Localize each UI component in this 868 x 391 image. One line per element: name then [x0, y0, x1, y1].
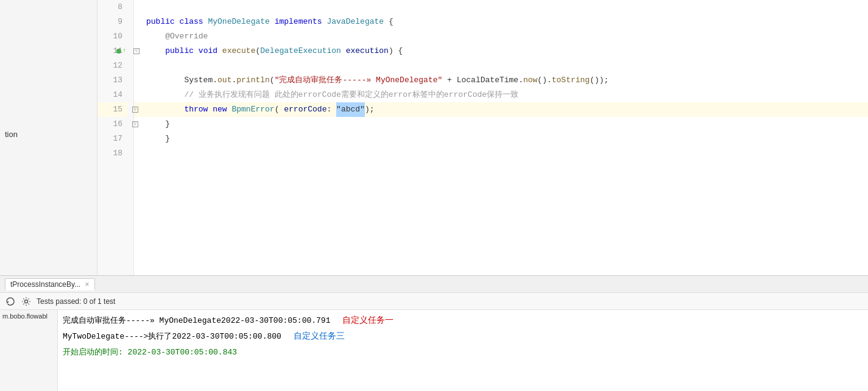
code-line-13: System. out . println ( "完成自动审批任务-----» … [134, 73, 868, 88]
method-println: println [236, 73, 270, 88]
arrow-up-icon: ↑ [122, 44, 126, 58]
console-line-2: MyTwoDelegate---->执行了2022-03-30T00:05:00… [63, 328, 863, 344]
string-message: "完成自动审批任务-----» MyOneDelegate" [275, 73, 443, 88]
console-annotation-1: 自定义任务一 [342, 315, 393, 326]
classname-bpmnerror: BpmnError [231, 102, 274, 117]
brace-close-17: } [146, 132, 170, 146]
panel-toolbar: Tests passed: 0 of 1 test [0, 293, 868, 310]
code-line-18 [134, 146, 868, 161]
code-line-16: } [134, 117, 868, 132]
console-line-1: 完成自动审批任务-----» MyOneDelegate2022-03-30T0… [63, 312, 863, 328]
keyword-void: void [199, 44, 222, 58]
keyword-throw: throw [146, 102, 213, 117]
close-call: ()); [590, 73, 609, 88]
method-tostring: toString [552, 73, 590, 88]
line-8: 8 [97, 0, 127, 15]
field-out: out [217, 73, 231, 88]
tests-count: 0 of 1 test [83, 297, 116, 306]
bottom-panel: tProcessInstanceBy... × Tests passed: 0 … [0, 275, 868, 391]
code-line-8 [134, 0, 868, 15]
line-15: 15 ▽ [97, 102, 127, 117]
console-output: 完成自动审批任务-----» MyOneDelegate2022-03-30T0… [58, 310, 868, 391]
code-content[interactable]: public class MyOneDelegate implements Ja… [134, 0, 868, 275]
keyword-implements: implements [275, 15, 327, 29]
method-now: now [523, 73, 537, 88]
code-line-15: throw new BpmnError ( errorCode : "abcd"… [134, 102, 868, 117]
method-execute: execute [222, 44, 256, 58]
code-line-12 [134, 58, 868, 73]
line-17: 17 [97, 132, 127, 146]
paren-open: ( [255, 44, 260, 58]
comment-line-14: // 业务执行发现有问题 此处的errorCode需要和定义的error标签中的… [146, 88, 518, 102]
selected-abcd: "abcd" [336, 102, 365, 117]
brace-open: { [389, 15, 393, 29]
line-9: 9 [97, 15, 127, 29]
classname-myonedelegate: MyOneDelegate [208, 15, 274, 29]
code-line-17: } [134, 132, 868, 146]
line-16: 16 ▽ [97, 117, 127, 132]
paren2: ( [270, 73, 275, 88]
gutter-icons-11: ↑ ▽ [116, 44, 139, 58]
panel-tab-bar: tProcessInstanceBy... × [0, 276, 868, 293]
svg-point-0 [25, 300, 28, 303]
console-line-3: 开始启动的时间: 2022-03-30T00:05:00.843 [63, 344, 863, 360]
paren3: ( [275, 102, 284, 117]
test-status-label: Tests passed: 0 of 1 test [37, 297, 115, 306]
dot1: . [231, 73, 236, 88]
line-18: 18 [97, 146, 127, 161]
concat: + LocalDateTime. [442, 73, 523, 88]
panel-left-label: m.bobo.flowabl [0, 310, 58, 391]
classname-javadelegate: JavaDelegate [326, 15, 388, 29]
console-text-1: 完成自动审批任务-----» MyOneDelegate2022-03-30T0… [63, 315, 330, 326]
paren-close-brace: ) { [389, 44, 403, 58]
console-text-3: 开始启动的时间: 2022-03-30T00:05:00.843 [63, 347, 237, 358]
code-editor[interactable]: 8 9 10 11 ↑ ▽ 12 13 14 15 ▽ [97, 0, 868, 275]
keyword-class: class [180, 15, 208, 29]
line-12: 12 [97, 58, 127, 73]
brace-close-16: } [146, 117, 170, 132]
type-delegateexecution: DelegateExecution [260, 44, 345, 58]
code-line-14: // 业务执行发现有问题 此处的errorCode需要和定义的error标签中的… [134, 88, 868, 102]
param-errorcode: errorCode [284, 102, 326, 117]
settings-icon[interactable] [21, 296, 32, 307]
sidebar-label: tion [0, 127, 97, 141]
code-line-9: public class MyOneDelegate implements Ja… [134, 15, 868, 29]
left-sidebar: tion [0, 0, 97, 275]
tests-passed-label: Tests passed: [37, 297, 83, 306]
line-14: 14 [97, 88, 127, 102]
console-annotation-2: 自定义任务三 [294, 331, 345, 342]
fold-icon-16[interactable]: ▽ [132, 121, 138, 127]
console-text-2: MyTwoDelegate---->执行了2022-03-30T00:05:00… [63, 331, 281, 342]
dot2: (). [537, 73, 551, 88]
keyword-public: public [146, 15, 180, 29]
tab-close-button[interactable]: × [85, 280, 90, 289]
panel-tab-main[interactable]: tProcessInstanceBy... × [5, 278, 95, 291]
fold-icon-15[interactable]: ▽ [132, 107, 138, 113]
tab-label: tProcessInstanceBy... [10, 280, 80, 289]
line-13: 13 [97, 73, 127, 88]
annotation-override: @Override [146, 29, 208, 44]
breakpoint-dot [116, 49, 121, 54]
line-11: 11 ↑ ▽ [97, 44, 127, 58]
code-line-11: public void execute ( DelegateExecution … [134, 44, 868, 58]
param-execution: execution [346, 44, 389, 58]
end-throw: ); [365, 102, 375, 117]
code-line-10: @Override [134, 29, 868, 44]
line-10: 10 [97, 29, 127, 44]
rerun-icon[interactable] [5, 296, 16, 307]
keyword-new: new [213, 102, 231, 117]
line-numbers: 8 9 10 11 ↑ ▽ 12 13 14 15 ▽ [97, 0, 134, 275]
panel-content: m.bobo.flowabl 完成自动审批任务-----» MyOneDeleg… [0, 310, 868, 391]
keyword-public-11: public [146, 44, 199, 58]
colon: : [326, 102, 336, 117]
editor-area: tion 8 9 10 11 ↑ ▽ 12 13 14 15 [0, 0, 868, 275]
fold-icon[interactable]: ▽ [133, 48, 139, 54]
system-out: System. [146, 73, 217, 88]
